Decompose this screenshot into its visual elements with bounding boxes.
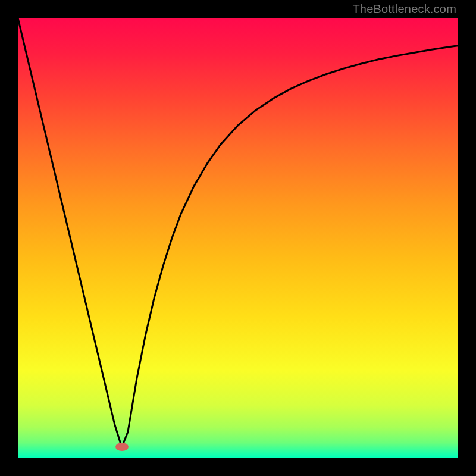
- gradient-background: [18, 18, 458, 458]
- plot-area: [18, 18, 458, 458]
- plot-svg: [18, 18, 458, 458]
- chart-frame: TheBottleneck.com: [0, 0, 476, 476]
- optimum-marker: [115, 443, 129, 451]
- watermark-text: TheBottleneck.com: [352, 2, 456, 16]
